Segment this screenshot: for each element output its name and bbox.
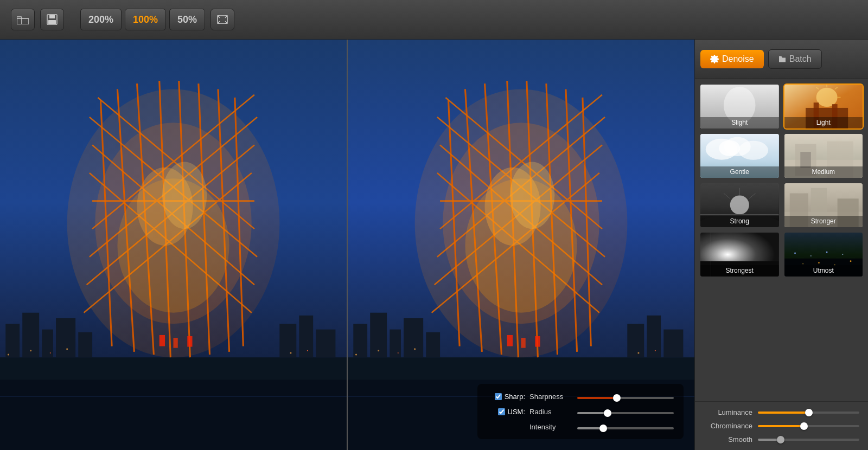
luminance-slider[interactable] — [758, 412, 859, 414]
preset-gentle-label: Gentle — [700, 166, 779, 178]
svg-rect-54 — [404, 318, 423, 357]
before-panel — [0, 40, 348, 450]
svg-rect-53 — [390, 330, 401, 358]
svg-rect-8 — [5, 324, 20, 357]
folder-icon — [778, 55, 786, 63]
preset-strong-label: Strong — [700, 216, 779, 227]
svg-rect-15 — [316, 330, 335, 358]
svg-point-63 — [637, 352, 639, 353]
preset-gentle[interactable]: Gentle — [699, 133, 780, 179]
svg-rect-87 — [507, 335, 513, 346]
svg-rect-46 — [187, 336, 192, 347]
intensity-slider-container — [577, 422, 674, 432]
right-panel: Denoise Batch — [694, 40, 868, 450]
zoom-50-button[interactable]: 50% — [169, 9, 205, 30]
preset-medium[interactable]: Medium — [783, 133, 864, 179]
luminance-label: Luminance — [704, 408, 752, 416]
svg-rect-44 — [159, 335, 165, 346]
preset-strong[interactable]: Strong — [699, 182, 780, 228]
svg-rect-14 — [299, 316, 313, 357]
zoom-100-button[interactable]: 100% — [125, 9, 166, 30]
svg-rect-4 — [48, 20, 56, 24]
preset-stronger-label: Stronger — [784, 216, 863, 227]
svg-point-137 — [850, 260, 851, 262]
svg-point-130 — [794, 253, 796, 254]
svg-rect-56 — [627, 324, 644, 357]
svg-point-64 — [655, 350, 656, 351]
svg-point-135 — [818, 262, 819, 263]
sharp-checkbox-label: Sharp: — [487, 393, 525, 401]
open-button[interactable] — [11, 9, 35, 30]
svg-point-59 — [355, 353, 357, 355]
intensity-label: Intensity — [529, 423, 573, 431]
image-viewer: Sharp: Sharpness USM: Radius Inte — [0, 40, 694, 450]
svg-point-20 — [290, 352, 291, 353]
radius-label: Radius — [529, 408, 573, 416]
svg-point-60 — [378, 350, 379, 351]
svg-rect-55 — [426, 332, 440, 357]
svg-rect-51 — [353, 324, 367, 357]
svg-point-133 — [842, 254, 843, 255]
usm-checkbox[interactable] — [498, 408, 505, 415]
svg-rect-10 — [42, 330, 53, 358]
preset-medium-label: Medium — [784, 166, 863, 178]
svg-rect-0 — [17, 17, 22, 24]
zoom-200-button[interactable]: 200% — [80, 9, 122, 30]
preset-stronger[interactable]: Stronger — [783, 182, 864, 228]
svg-point-132 — [826, 252, 827, 253]
svg-point-16 — [8, 353, 9, 355]
denoise-tab[interactable]: Denoise — [700, 50, 764, 68]
svg-point-107 — [719, 140, 740, 156]
preset-utmost[interactable]: Utmost — [783, 232, 864, 278]
svg-rect-57 — [647, 316, 661, 357]
svg-point-131 — [810, 255, 811, 256]
svg-point-106 — [738, 141, 768, 160]
svg-point-62 — [414, 348, 416, 350]
fit-button[interactable] — [210, 9, 234, 30]
preset-strongest-label: Strongest — [700, 265, 779, 277]
toolbar: 200% 100% 50% — [0, 0, 868, 40]
svg-point-21 — [307, 350, 308, 351]
radius-slider[interactable] — [577, 412, 674, 414]
preset-light-label: Light — [784, 117, 863, 128]
svg-rect-112 — [800, 152, 811, 168]
preset-utmost-label: Utmost — [784, 265, 863, 277]
svg-rect-3 — [49, 15, 55, 18]
svg-point-18 — [50, 352, 51, 353]
svg-rect-47 — [0, 380, 347, 450]
intensity-slider[interactable] — [577, 427, 674, 429]
preset-slight-label: Slight — [700, 117, 779, 128]
svg-point-19 — [66, 348, 68, 350]
preset-slight[interactable]: Slight — [699, 83, 780, 130]
sharp-checkbox[interactable] — [495, 393, 502, 400]
svg-rect-1 — [17, 18, 29, 24]
bottom-sliders: Luminance Chrominance Smooth — [695, 401, 868, 450]
smooth-label: Smooth — [704, 435, 752, 443]
controls-overlay: Sharp: Sharpness USM: Radius Inte — [477, 384, 684, 439]
chrominance-label: Chrominance — [704, 422, 752, 430]
radius-slider-container — [577, 407, 674, 416]
svg-point-86 — [510, 162, 554, 229]
preset-grid: Slight — [695, 79, 868, 401]
svg-rect-88 — [521, 338, 526, 348]
save-button[interactable] — [40, 9, 64, 30]
svg-rect-11 — [56, 318, 75, 357]
svg-point-61 — [398, 352, 399, 353]
svg-rect-13 — [279, 324, 296, 357]
svg-point-95 — [816, 88, 837, 107]
usm-checkbox-label: USM: — [487, 408, 525, 416]
preset-strongest[interactable]: Strongest — [699, 232, 780, 278]
preset-light[interactable]: Light — [783, 83, 864, 130]
svg-rect-12 — [78, 332, 92, 357]
zoom-group: 200% 100% 50% — [80, 9, 234, 30]
chrominance-slider[interactable] — [758, 425, 859, 427]
main-area: Sharp: Sharpness USM: Radius Inte — [0, 40, 868, 450]
sharpness-slider[interactable] — [577, 397, 674, 399]
svg-rect-45 — [174, 338, 178, 348]
smooth-slider[interactable] — [758, 439, 859, 441]
right-panel-tabs: Denoise Batch — [695, 40, 868, 79]
svg-point-114 — [730, 195, 749, 214]
batch-tab[interactable]: Batch — [768, 49, 822, 69]
sharpness-slider-container — [577, 391, 674, 401]
sharpness-label: Sharpness — [529, 393, 573, 401]
